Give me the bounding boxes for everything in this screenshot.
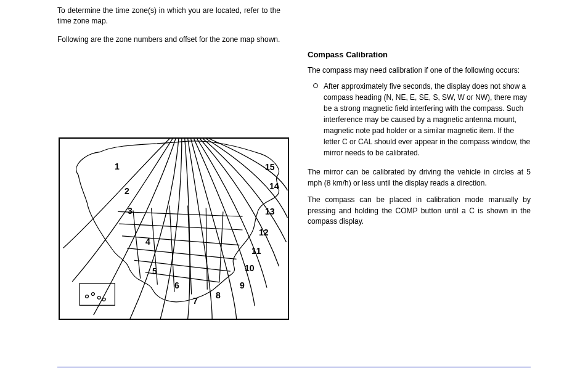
zone-label-7: 7 xyxy=(193,296,198,306)
zone-map-illustration xyxy=(59,137,289,320)
calibration-manual-paragraph: The compass can be placed in calibration… xyxy=(308,195,531,227)
right-column: Compass Calibration The compass may need… xyxy=(308,3,531,351)
zone-label-4: 4 xyxy=(145,237,150,247)
zone-label-10: 10 xyxy=(245,263,255,273)
compass-calibration-heading: Compass Calibration xyxy=(308,50,531,59)
zone-label-3: 3 xyxy=(128,206,133,216)
zone-label-6: 6 xyxy=(174,280,179,290)
zone-label-13: 13 xyxy=(265,206,275,216)
zone-label-9: 9 xyxy=(240,280,245,290)
zone-label-11: 11 xyxy=(251,246,261,256)
zone-map-svg xyxy=(60,139,288,319)
zone-map-paragraph: To determine the time zone(s) in which y… xyxy=(57,6,280,27)
calibration-bullet-1: After approximately five seconds, the di… xyxy=(308,81,531,158)
zone-label-1: 1 xyxy=(115,161,120,171)
svg-rect-0 xyxy=(80,284,115,306)
zone-offset-paragraph: Following are the zone numbers and offse… xyxy=(57,35,280,45)
zone-label-5: 5 xyxy=(152,266,157,276)
zone-label-8: 8 xyxy=(216,290,221,300)
calibration-driving-paragraph: The mirror can be calibrated by driving … xyxy=(308,167,531,189)
zone-label-2: 2 xyxy=(125,186,129,196)
horizontal-rule xyxy=(57,367,531,367)
zone-label-15: 15 xyxy=(265,162,275,172)
zone-label-14: 14 xyxy=(269,181,279,191)
calibration-intro-paragraph: The compass may need calibration if one … xyxy=(308,65,531,76)
zone-label-12: 12 xyxy=(259,227,269,237)
